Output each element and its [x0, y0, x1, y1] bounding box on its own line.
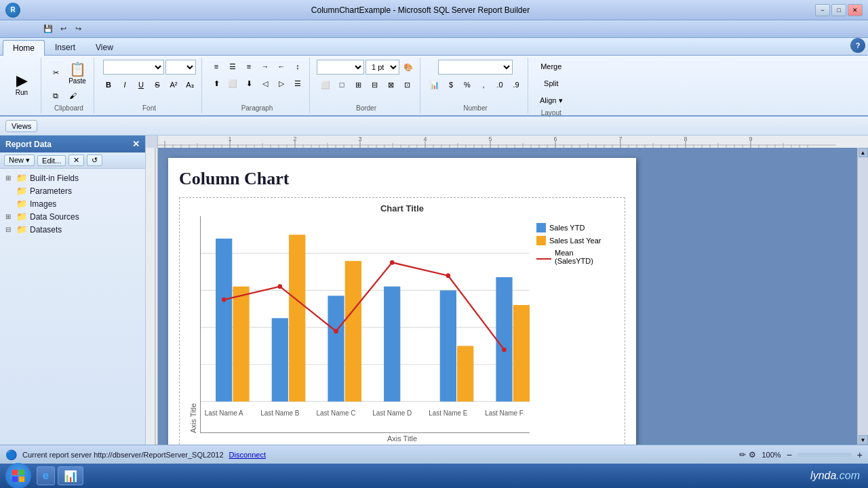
border-right-button[interactable]: ⊡ [399, 78, 414, 92]
tab-home[interactable]: Home [3, 40, 45, 56]
cut-button[interactable]: ✂ [48, 66, 63, 80]
align-center-button[interactable]: ☰ [225, 60, 240, 73]
edit-item-button[interactable]: Edit... [37, 155, 66, 166]
border-none-button[interactable]: ⬜ [318, 78, 333, 92]
refresh-button[interactable]: ↺ [87, 155, 102, 166]
start-button[interactable] [5, 463, 31, 488]
rtl-button[interactable]: ◁ [258, 77, 273, 90]
redo-button[interactable]: ↪ [71, 22, 85, 36]
run-icon: ▶ [16, 73, 28, 88]
split-button[interactable]: Split [539, 77, 563, 90]
valign-middle-button[interactable]: ⬜ [225, 77, 240, 90]
svg-text:Last Name B: Last Name B [260, 409, 300, 417]
close-panel-button[interactable]: ✕ [132, 139, 140, 149]
save-button[interactable]: 💾 [41, 22, 56, 36]
percent-button[interactable]: % [460, 78, 475, 92]
zoom-label: 100% [762, 451, 781, 459]
minimize-button[interactable]: − [815, 4, 830, 16]
font-size-select[interactable] [165, 60, 196, 75]
increase-decimal-button[interactable]: .0 [492, 78, 507, 92]
border-left-button[interactable]: ⊟ [367, 78, 382, 92]
underline-button[interactable]: U [134, 78, 149, 92]
right-scrollbar[interactable]: ▲ ▼ [857, 148, 868, 445]
format-painter-button[interactable]: 🖌 [65, 89, 80, 102]
restore-button[interactable]: □ [831, 4, 846, 16]
font-family-select[interactable] [103, 60, 164, 75]
svg-rect-111 [513, 305, 530, 401]
title-bar: R ColumnChartExample - Microsoft SQL Ser… [0, 0, 868, 20]
chart-inner: Axis Title [180, 216, 625, 433]
svg-rect-102 [233, 287, 249, 402]
strikethrough-button[interactable]: S [150, 78, 165, 92]
valign-bottom-button[interactable]: ⬇ [241, 77, 256, 90]
report-canvas[interactable]: Column Chart Chart Title Axis Title [158, 148, 857, 445]
run-button[interactable]: ▶ Run [7, 71, 37, 98]
chart-container[interactable]: Chart Title Axis Title [179, 197, 625, 445]
number-format-select[interactable] [438, 60, 513, 75]
indent-increase-button[interactable]: → [258, 60, 273, 73]
svg-rect-107 [384, 287, 400, 402]
edit-icon: ✏ [739, 450, 746, 460]
expand-icon: ⊞ [5, 213, 14, 220]
svg-text:8: 8 [684, 136, 687, 142]
svg-rect-109 [457, 346, 473, 401]
svg-rect-124 [12, 470, 18, 475]
align-left-button[interactable]: ≡ [209, 60, 224, 73]
decrease-decimal-button[interactable]: .9 [509, 78, 524, 92]
border-inside-button[interactable]: ⊞ [351, 78, 366, 92]
paste-button[interactable]: 📋 Paste [65, 59, 90, 87]
merge-button[interactable]: Merge [536, 60, 566, 73]
border-top-button[interactable]: ⊠ [383, 78, 398, 92]
ltr-button[interactable]: ▷ [274, 77, 289, 90]
indent-decrease-button[interactable]: ← [274, 60, 289, 73]
ribbon-group-clipboard: ✂ 📋 Paste ⧉ 🖌 Clipboard [44, 58, 94, 113]
list-button[interactable]: ☰ [290, 77, 305, 90]
tree-item-builtin-fields[interactable]: ⊞ 📁 Built-in Fields [0, 171, 145, 184]
new-item-button[interactable]: New ▾ [4, 155, 35, 166]
svg-text:5: 5 [488, 136, 492, 142]
tree-item-datasets[interactable]: ⊟ 📁 Datasets [0, 223, 145, 236]
copy-button[interactable]: ⧉ [48, 89, 63, 102]
report-title[interactable]: Column Chart [174, 163, 631, 192]
border-outside-button[interactable]: □ [334, 78, 349, 92]
scroll-down-button[interactable]: ▼ [859, 435, 868, 445]
zoom-slider[interactable] [797, 453, 852, 457]
subscript-button[interactable]: A₂ [182, 78, 197, 92]
tree-item-images[interactable]: 📁 Images [0, 197, 145, 210]
zoom-out-button[interactable]: − [787, 449, 792, 460]
align-right-button[interactable]: ≡ [241, 60, 256, 73]
italic-button[interactable]: I [117, 78, 132, 92]
bold-button[interactable]: B [101, 78, 116, 92]
chart-title: Chart Title [180, 198, 625, 216]
superscript-button[interactable]: A² [166, 78, 181, 92]
line-spacing-button[interactable]: ↕ [290, 60, 305, 73]
tab-view[interactable]: View [85, 39, 123, 55]
views-button[interactable]: Views [5, 120, 37, 132]
zoom-in-button[interactable]: + [857, 449, 863, 460]
help-button[interactable]: ? [850, 38, 865, 53]
border-width-select[interactable]: 1 pt [366, 60, 399, 75]
comma-button[interactable]: , [476, 78, 491, 92]
number-type-button[interactable]: 📊 [427, 78, 442, 92]
border-style-select[interactable] [317, 60, 364, 75]
svg-rect-110 [496, 277, 512, 401]
currency-button[interactable]: $ [443, 78, 458, 92]
delete-item-button[interactable]: ✕ [68, 155, 84, 166]
taskbar-app-button[interactable]: 📊 [58, 466, 83, 485]
close-button[interactable]: ✕ [848, 4, 863, 16]
undo-button[interactable]: ↩ [56, 22, 71, 36]
scroll-up-button[interactable]: ▲ [859, 148, 868, 157]
taskbar-ie-button[interactable]: e [37, 466, 55, 485]
tree-item-parameters[interactable]: 📁 Parameters [0, 184, 145, 197]
main-area: Report Data ✕ New ▾ Edit... ✕ ↺ ⊞ 📁 Buil… [0, 136, 868, 445]
valign-top-button[interactable]: ⬆ [209, 77, 224, 90]
align-button[interactable]: Align ▾ [535, 94, 568, 107]
app-icon: R [5, 3, 20, 18]
svg-text:Last Name E: Last Name E [429, 409, 468, 417]
tree-item-data-sources[interactable]: ⊞ 📁 Data Sources [0, 210, 145, 223]
tab-insert[interactable]: Insert [45, 39, 85, 55]
border-color-button[interactable]: 🎨 [401, 60, 416, 74]
taskbar-right: lynda.com [810, 470, 865, 482]
disconnect-link[interactable]: Disconnect [229, 451, 266, 459]
ribbon-group-number: 📊 $ % , .0 .9 Number [423, 58, 528, 113]
